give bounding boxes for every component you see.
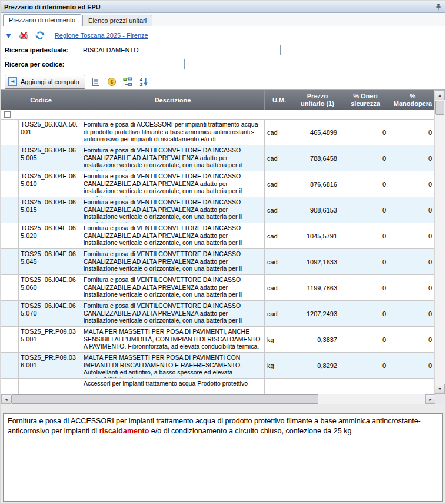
cell-price[interactable]: 0,8292: [294, 353, 341, 378]
cell-um[interactable]: cad: [265, 249, 294, 274]
cell-description[interactable]: Fornitura e posa di VENTILCONVETTORE DA …: [81, 275, 265, 300]
cell-um[interactable]: cad: [265, 171, 294, 197]
cell-description[interactable]: Fornitura e posa di VENTILCONVETTORE DA …: [81, 301, 265, 326]
cell-description[interactable]: Fornitura e posa di VENTILCONVETTORE DA …: [81, 145, 265, 171]
tab-prezzario-riferimento[interactable]: Prezzario di riferimento: [3, 14, 81, 26]
table-row[interactable]: TOS25_06.I04E.065.020 Fornitura e posa d…: [1, 223, 435, 249]
cell-um[interactable]: cad: [265, 197, 294, 223]
cell-oneri-sicurezza[interactable]: 0: [341, 353, 390, 378]
cell-code[interactable]: TOS25_06.I03A.50.001: [19, 120, 81, 145]
table-row[interactable]: TOS25_06.I04E.065.010 Fornitura e posa d…: [1, 171, 435, 197]
column-header-prezzo[interactable]: Prezzo unitario (1): [294, 90, 341, 110]
cell-code[interactable]: TOS25_06.I04E.065.060: [19, 275, 81, 300]
scroll-right-button[interactable]: ►: [425, 394, 435, 404]
cell-code[interactable]: TOS25_06.I04E.065.010: [19, 171, 81, 197]
splitter[interactable]: [1, 404, 445, 413]
cell-description[interactable]: MALTA PER MASSETTI PER POSA DI PAVIMENTI…: [81, 327, 265, 352]
hypertext-search-input[interactable]: [81, 45, 281, 55]
cell-price[interactable]: 1092,1633: [294, 249, 341, 274]
cell-um[interactable]: [265, 379, 294, 394]
cell-code[interactable]: TOS25_PR.P09.036.001: [19, 353, 81, 378]
cell-oneri-sicurezza[interactable]: 0: [341, 171, 390, 197]
cell-price[interactable]: 1199,7863: [294, 275, 341, 300]
cell-description[interactable]: Fornitura e posa di VENTILCONVETTORE DA …: [81, 223, 265, 248]
cell-price[interactable]: 1207,2493: [294, 301, 341, 326]
cell-price[interactable]: 908,6153: [294, 197, 341, 223]
cell-oneri-sicurezza[interactable]: 0: [341, 223, 390, 248]
cell-oneri-sicurezza[interactable]: 0: [341, 301, 390, 326]
cell-description[interactable]: Fornitura e posa di VENTILCONVETTORE DA …: [81, 249, 265, 274]
horizontal-scroll-thumb[interactable]: [11, 394, 318, 404]
cell-um[interactable]: cad: [265, 223, 294, 248]
cell-um[interactable]: kg: [265, 353, 294, 378]
vertical-scroll-thumb[interactable]: [435, 101, 444, 115]
document-icon[interactable]: [92, 77, 101, 87]
cell-price[interactable]: 0,3837: [294, 327, 341, 352]
table-row[interactable]: Accessori per impianti trattamento acqua…: [1, 379, 435, 394]
column-header-descrizione[interactable]: Descrizione: [81, 90, 265, 110]
clear-search-icon[interactable]: [19, 31, 29, 40]
tab-elenco-prezzi-unitari[interactable]: Elenco prezzi unitari: [82, 15, 152, 26]
table-row[interactable]: TOS25_PR.P09.035.001 MALTA PER MASSETTI …: [1, 327, 435, 353]
cell-code[interactable]: TOS25_06.I04E.065.070: [19, 301, 81, 326]
column-header-um[interactable]: U.M.: [265, 90, 294, 110]
cell-oneri-sicurezza[interactable]: 0: [341, 197, 390, 223]
cell-description[interactable]: Accessori per impianti trattamento acqua…: [81, 379, 265, 394]
cell-manodopera[interactable]: [390, 379, 435, 394]
cell-description[interactable]: Fornitura e posa di ACCESSORI per impian…: [81, 120, 265, 145]
region-link[interactable]: Regione Toscana 2025 - Firenze: [55, 32, 148, 39]
cell-manodopera[interactable]: 0: [390, 120, 435, 145]
tree-structure-icon[interactable]: [123, 77, 132, 87]
cell-description[interactable]: Fornitura e posa di VENTILCONVETTORE DA …: [81, 197, 265, 223]
cell-code[interactable]: TOS25_06.I04E.065.020: [19, 223, 81, 248]
cell-oneri-sicurezza[interactable]: 0: [341, 327, 390, 352]
cell-um[interactable]: cad: [265, 145, 294, 171]
table-row[interactable]: TOS25_06.I04E.065.005 Fornitura e posa d…: [1, 145, 435, 171]
cell-manodopera[interactable]: 0: [390, 301, 435, 326]
cell-code[interactable]: TOS25_06.I04E.065.005: [19, 145, 81, 171]
cell-price[interactable]: 465,4899: [294, 120, 341, 145]
cell-um[interactable]: cad: [265, 301, 294, 326]
scroll-left-button[interactable]: ◄: [1, 394, 11, 404]
cell-manodopera[interactable]: 0: [390, 353, 435, 378]
pin-icon[interactable]: [435, 3, 442, 11]
cell-manodopera[interactable]: 0: [390, 223, 435, 248]
horizontal-scroll-track[interactable]: [318, 394, 425, 404]
code-search-input[interactable]: [81, 59, 185, 69]
cell-code[interactable]: TOS25_06.I04E.065.045: [19, 249, 81, 274]
cell-price[interactable]: [294, 379, 341, 394]
scroll-down-button[interactable]: ▼: [435, 384, 445, 394]
collapse-button[interactable]: −: [4, 111, 11, 118]
cell-manodopera[interactable]: 0: [390, 327, 435, 352]
table-row[interactable]: TOS25_06.I04E.065.060 Fornitura e posa d…: [1, 275, 435, 301]
table-row[interactable]: TOS25_PR.P09.036.001 MALTA PER MASSETTI …: [1, 353, 435, 379]
cell-um[interactable]: cad: [265, 275, 294, 300]
column-header-manodopera[interactable]: % Manodopera: [390, 90, 435, 110]
cell-manodopera[interactable]: 0: [390, 249, 435, 274]
cell-oneri-sicurezza[interactable]: 0: [341, 275, 390, 300]
vertical-scrollbar[interactable]: ▲ ▼: [434, 90, 445, 394]
table-row[interactable]: TOS25_06.I04E.065.070 Fornitura e posa d…: [1, 301, 435, 327]
table-row[interactable]: TOS25_06.I04E.065.015 Fornitura e posa d…: [1, 197, 435, 223]
cell-description[interactable]: Fornitura e posa di VENTILCONVETTORE DA …: [81, 171, 265, 197]
cell-um[interactable]: cad: [265, 120, 294, 145]
cell-manodopera[interactable]: 0: [390, 145, 435, 171]
cell-code[interactable]: [19, 379, 81, 394]
cell-description[interactable]: MALTA PER MASSETTI PER POSA DI PAVIMENTI…: [81, 353, 265, 378]
cell-manodopera[interactable]: 0: [390, 275, 435, 300]
cell-code[interactable]: TOS25_06.I04E.065.015: [19, 197, 81, 223]
add-to-computo-button[interactable]: ◄ Aggiungi al computo: [5, 75, 85, 89]
cell-oneri-sicurezza[interactable]: [341, 379, 390, 394]
cell-um[interactable]: kg: [265, 327, 294, 352]
refresh-icon[interactable]: [35, 31, 45, 40]
cell-oneri-sicurezza[interactable]: 0: [341, 145, 390, 171]
cell-price[interactable]: 788,6458: [294, 145, 341, 171]
horizontal-scrollbar[interactable]: ◄ ►: [1, 394, 445, 404]
cell-oneri-sicurezza[interactable]: 0: [341, 249, 390, 274]
cell-oneri-sicurezza[interactable]: 0: [341, 120, 390, 145]
sort-az-icon[interactable]: A Z: [139, 77, 148, 87]
column-header-oneri[interactable]: % Oneri sicurezza: [341, 90, 390, 110]
table-row[interactable]: TOS25_06.I03A.50.001 Fornitura e posa di…: [1, 120, 435, 145]
cell-manodopera[interactable]: 0: [390, 197, 435, 223]
euro-coin-icon[interactable]: €: [107, 77, 117, 87]
